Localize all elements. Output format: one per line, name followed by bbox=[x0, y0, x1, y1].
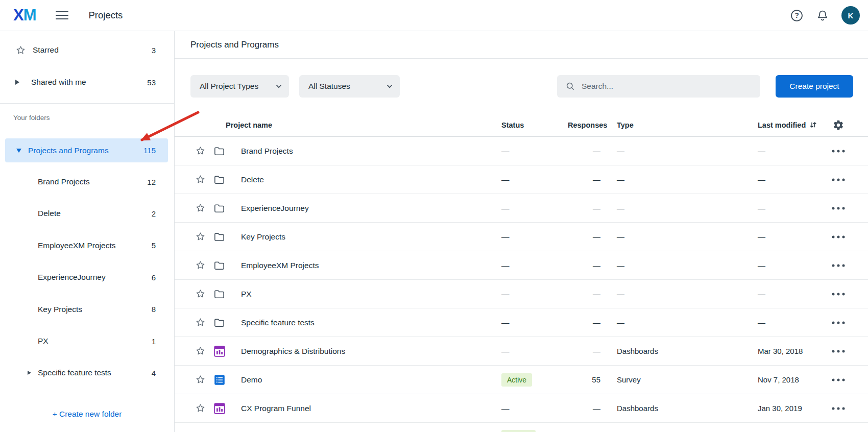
project-name[interactable]: Specific feature tests bbox=[241, 318, 501, 327]
column-header-last-modified[interactable]: Last modified bbox=[741, 121, 823, 129]
statuses-dropdown-label: All Statuses bbox=[308, 82, 350, 91]
folder-label: Specific feature tests bbox=[38, 368, 152, 377]
your-folders-heading: Your folders bbox=[13, 114, 50, 122]
table-row[interactable]: Key Projects — — — — bbox=[175, 223, 868, 251]
column-header-status: Status bbox=[501, 121, 568, 129]
top-bar: XM Projects ? K bbox=[0, 0, 868, 31]
folder-label: Key Projects bbox=[38, 305, 152, 314]
create-project-button[interactable]: Create project bbox=[776, 75, 853, 98]
star-icon[interactable] bbox=[195, 146, 206, 156]
project-name[interactable]: Demographics & Distributions bbox=[241, 347, 501, 356]
type-value: — bbox=[600, 290, 741, 298]
sidebar-item-starred[interactable]: Starred 3 bbox=[0, 38, 174, 62]
project-name[interactable]: Brand Projects bbox=[241, 147, 501, 156]
row-actions-button[interactable] bbox=[831, 375, 846, 385]
project-name[interactable]: EmployeeXM Projects bbox=[241, 261, 501, 270]
notifications-bell-icon[interactable] bbox=[816, 9, 829, 22]
dashboard-icon bbox=[213, 345, 226, 357]
star-icon[interactable] bbox=[195, 231, 206, 242]
row-actions-button[interactable] bbox=[831, 204, 846, 213]
type-value: Dashboards bbox=[600, 347, 741, 355]
folder-count: 6 bbox=[152, 273, 156, 282]
table-row[interactable]: Specific feature tests — — — — bbox=[175, 308, 868, 337]
folder-icon bbox=[213, 317, 225, 328]
table-row[interactable]: CX Program Funnel — — Dashboards Jan 30,… bbox=[175, 394, 868, 423]
star-icon[interactable] bbox=[195, 260, 206, 271]
row-actions-button[interactable] bbox=[831, 318, 846, 327]
table-settings-gear-icon[interactable] bbox=[833, 119, 844, 131]
type-value: Survey bbox=[600, 375, 741, 384]
project-types-dropdown[interactable]: All Project Types bbox=[190, 75, 289, 98]
modified-value: — bbox=[741, 318, 823, 327]
project-name[interactable]: PX bbox=[241, 290, 501, 299]
user-avatar[interactable]: K bbox=[841, 6, 860, 25]
project-name[interactable]: ExperienceJourney bbox=[241, 204, 501, 213]
star-icon[interactable] bbox=[195, 346, 206, 356]
row-actions-button[interactable] bbox=[831, 175, 846, 184]
sidebar-item-shared-with-me[interactable]: Shared with me 53 bbox=[0, 70, 174, 94]
divider bbox=[175, 58, 868, 59]
star-icon bbox=[15, 45, 26, 56]
search-input[interactable] bbox=[581, 81, 753, 91]
type-value: — bbox=[600, 261, 741, 270]
hamburger-menu-icon[interactable] bbox=[56, 11, 68, 20]
sidebar-folder-item[interactable]: Delete 2 bbox=[0, 202, 174, 225]
row-actions-button[interactable] bbox=[831, 347, 846, 356]
star-icon[interactable] bbox=[195, 174, 206, 185]
status-value: — bbox=[501, 261, 510, 270]
sidebar-folder-item[interactable]: PX 1 bbox=[0, 330, 174, 352]
help-icon[interactable]: ? bbox=[790, 9, 804, 22]
responses-value: — bbox=[568, 290, 600, 298]
row-actions-button[interactable] bbox=[831, 232, 846, 242]
table-row[interactable]: Delete — — — — bbox=[175, 165, 868, 194]
table-row[interactable]: EmployeeXM Projects — — — — bbox=[175, 251, 868, 280]
star-icon[interactable] bbox=[195, 317, 206, 328]
star-icon[interactable] bbox=[195, 374, 206, 385]
sidebar-folder-item[interactable]: Specific feature tests 4 bbox=[0, 362, 174, 384]
modified-value: — bbox=[741, 232, 823, 241]
column-header-project-name: Project name bbox=[195, 121, 501, 129]
row-actions-button[interactable] bbox=[831, 404, 846, 413]
filter-bar: All Project Types All Statuses Create pr… bbox=[175, 75, 868, 98]
root-folder-label: Projects and Programs bbox=[28, 146, 143, 155]
table-row[interactable]: Demographics & Distributions — — Dashboa… bbox=[175, 337, 868, 366]
table-row[interactable]: Brand Projects — — — — bbox=[175, 137, 868, 165]
project-name[interactable]: Delete bbox=[241, 175, 501, 184]
survey-icon bbox=[213, 374, 226, 386]
sidebar-item-projects-and-programs-selected[interactable]: Projects and Programs 115 bbox=[5, 138, 168, 162]
statuses-dropdown[interactable]: All Statuses bbox=[299, 75, 400, 98]
project-name[interactable]: Key Projects bbox=[241, 232, 501, 242]
responses-value: 55 bbox=[568, 375, 600, 384]
type-value: — bbox=[600, 232, 741, 241]
shared-count: 53 bbox=[147, 78, 156, 87]
folder-icon bbox=[213, 231, 225, 243]
star-icon[interactable] bbox=[195, 403, 206, 414]
star-icon[interactable] bbox=[195, 203, 206, 213]
type-value: — bbox=[600, 204, 741, 212]
table-row[interactable]: Demo Active 55 Survey Nov 7, 2018 bbox=[175, 366, 868, 394]
sidebar-folder-item[interactable]: Key Projects 8 bbox=[0, 298, 174, 321]
table-row[interactable]: PX — — — — bbox=[175, 280, 868, 308]
status-badge-partial bbox=[501, 430, 536, 432]
row-actions-button[interactable] bbox=[831, 261, 846, 270]
sidebar-folder-item[interactable]: EmployeeXM Projects 5 bbox=[0, 234, 174, 257]
starred-label: Starred bbox=[33, 45, 152, 55]
table-body: Brand Projects — — — — Delete — — bbox=[175, 137, 868, 423]
status-value: — bbox=[501, 147, 510, 155]
main-content: Projects and Programs All Project Types … bbox=[175, 31, 868, 432]
sort-icon bbox=[809, 121, 817, 129]
sidebar-folder-item[interactable]: ExperienceJourney 6 bbox=[0, 266, 174, 289]
create-new-folder-link[interactable]: + Create new folder bbox=[0, 402, 174, 426]
modified-value: — bbox=[741, 147, 823, 155]
project-name[interactable]: CX Program Funnel bbox=[241, 404, 501, 413]
table-row[interactable]: ExperienceJourney — — — — bbox=[175, 194, 868, 223]
sidebar-folder-item[interactable]: Brand Projects 12 bbox=[0, 171, 174, 193]
table-row-partial[interactable] bbox=[175, 423, 868, 432]
responses-value: — bbox=[568, 261, 600, 270]
xm-logo[interactable]: XM bbox=[13, 6, 36, 25]
row-actions-button[interactable] bbox=[831, 147, 846, 156]
project-name[interactable]: Demo bbox=[241, 375, 501, 385]
responses-value: — bbox=[568, 318, 600, 327]
star-icon[interactable] bbox=[195, 289, 206, 299]
row-actions-button[interactable] bbox=[831, 290, 846, 299]
